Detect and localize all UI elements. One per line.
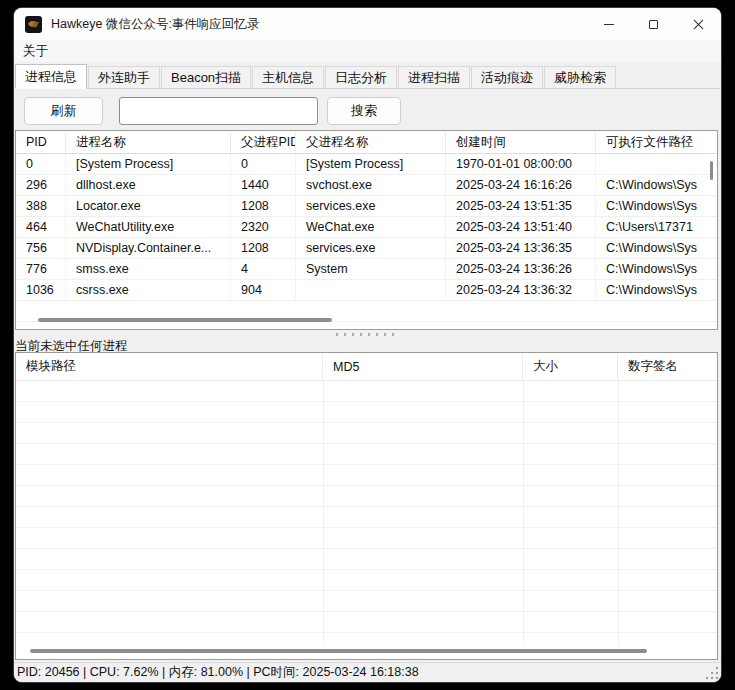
process-cell: 388 — [16, 196, 66, 216]
process-row[interactable]: 0[System Process]0[System Process]1970-0… — [16, 154, 717, 175]
search-input[interactable] — [119, 97, 318, 125]
tab-1[interactable]: 进程信息 — [15, 64, 87, 89]
process-cell: 1208 — [231, 238, 296, 258]
minimize-icon — [604, 24, 614, 25]
process-row[interactable]: 296dllhost.exe1440svchost.exe2025-03-24 … — [16, 175, 717, 196]
tab-5[interactable]: 日志分析 — [325, 66, 397, 88]
process-table-header: PID 进程名称 父进程PID 父进程名称 创建时间 可执行文件路径 — [16, 131, 717, 154]
minimize-button[interactable] — [586, 8, 631, 40]
title-bar[interactable]: Hawkeye 微信公众号:事件响应回忆录 — [14, 8, 721, 40]
process-cell: 4 — [231, 259, 296, 279]
process-cell: System — [296, 259, 446, 279]
process-cell: services.exe — [296, 196, 446, 216]
process-row[interactable]: 464WeChatUtility.exe2320WeChat.exe2025-0… — [16, 217, 717, 238]
process-cell — [596, 154, 717, 174]
process-cell: C:\Windows\Sys — [596, 259, 717, 279]
column-header-pid[interactable]: PID — [16, 131, 66, 153]
column-header-size[interactable]: 大小 — [523, 353, 618, 380]
process-cell: 2025-03-24 16:16:26 — [446, 175, 596, 195]
module-table: 模块路径 MD5 大小 数字签名 — [15, 352, 718, 660]
process-table: PID 进程名称 父进程PID 父进程名称 创建时间 可执行文件路径 0[Sys… — [15, 130, 718, 330]
maximize-button[interactable] — [631, 8, 676, 40]
process-cell: C:\Windows\Sys — [596, 280, 717, 300]
process-cell: 0 — [231, 154, 296, 174]
tab-7[interactable]: 活动痕迹 — [471, 66, 543, 88]
status-text: PID: 20456 | CPU: 7.62% | 内存: 81.00% | P… — [17, 664, 419, 681]
process-cell: 2025-03-24 13:51:40 — [446, 217, 596, 237]
tab-2[interactable]: 外连助手 — [88, 66, 160, 88]
status-bar: PID: 20456 | CPU: 7.62% | 内存: 81.00% | P… — [14, 662, 721, 682]
process-row[interactable]: 388Locator.exe1208services.exe2025-03-24… — [16, 196, 717, 217]
process-cell: NVDisplay.Container.e... — [66, 238, 231, 258]
process-cell: C:\Users\17371 — [596, 217, 717, 237]
window-title: Hawkeye 微信公众号:事件响应回忆录 — [51, 16, 259, 33]
column-header-create-time[interactable]: 创建时间 — [446, 131, 596, 153]
column-header-process-name[interactable]: 进程名称 — [66, 131, 231, 153]
module-table-body — [16, 381, 717, 645]
process-cell: 296 — [16, 175, 66, 195]
process-row[interactable]: 776smss.exe4System2025-03-24 13:36:26C:\… — [16, 259, 717, 280]
column-header-md5[interactable]: MD5 — [323, 353, 523, 380]
app-window: Hawkeye 微信公众号:事件响应回忆录 关于 进程信息外连助手Beacon扫… — [14, 8, 721, 682]
process-cell: 1440 — [231, 175, 296, 195]
process-cell: Locator.exe — [66, 196, 231, 216]
maximize-icon — [649, 20, 658, 29]
process-cell: csrss.exe — [66, 280, 231, 300]
process-cell: 2025-03-24 13:36:35 — [446, 238, 596, 258]
process-cell: C:\Windows\Sys — [596, 196, 717, 216]
process-cell: 1036 — [16, 280, 66, 300]
process-table-body: 0[System Process]0[System Process]1970-0… — [16, 154, 717, 301]
horizontal-scrollbar-thumb[interactable] — [30, 649, 647, 653]
column-header-parent-pid[interactable]: 父进程PID — [231, 131, 296, 153]
module-table-header: 模块路径 MD5 大小 数字签名 — [16, 353, 717, 381]
process-cell: 0 — [16, 154, 66, 174]
process-cell: WeChat.exe — [296, 217, 446, 237]
process-cell: 904 — [231, 280, 296, 300]
process-cell: 464 — [16, 217, 66, 237]
process-cell: services.exe — [296, 238, 446, 258]
hawk-logo-icon — [25, 16, 42, 33]
column-header-exe-path[interactable]: 可执行文件路径 — [596, 131, 717, 153]
process-cell: C:\Windows\Sys — [596, 175, 717, 195]
resize-grip[interactable] — [706, 667, 719, 680]
process-cell: C:\Windows\Sys — [596, 238, 717, 258]
vertical-scrollbar-thumb[interactable] — [710, 161, 713, 180]
process-cell: svchost.exe — [296, 175, 446, 195]
column-header-signature[interactable]: 数字签名 — [618, 353, 717, 380]
search-button[interactable]: 搜索 — [327, 97, 401, 125]
tab-6[interactable]: 进程扫描 — [398, 66, 470, 88]
column-divider — [323, 381, 324, 645]
process-cell: dllhost.exe — [66, 175, 231, 195]
tab-3[interactable]: Beacon扫描 — [161, 66, 251, 88]
caption-buttons — [586, 8, 721, 40]
column-divider — [618, 381, 619, 645]
process-cell: WeChatUtility.exe — [66, 217, 231, 237]
process-cell: 756 — [16, 238, 66, 258]
process-cell: 1970-01-01 08:00:00 — [446, 154, 596, 174]
process-row[interactable]: 756NVDisplay.Container.e...1208services.… — [16, 238, 717, 259]
tab-strip: 进程信息外连助手Beacon扫描主机信息日志分析进程扫描活动痕迹威胁检索 — [15, 64, 720, 89]
process-cell: 1208 — [231, 196, 296, 216]
column-header-parent-name[interactable]: 父进程名称 — [296, 131, 446, 153]
process-cell: [System Process] — [296, 154, 446, 174]
process-cell: 2025-03-24 13:51:35 — [446, 196, 596, 216]
column-header-module-path[interactable]: 模块路径 — [16, 353, 323, 380]
toolbar: 刷新 搜索 — [14, 90, 721, 128]
tab-8[interactable]: 威胁检索 — [544, 66, 616, 88]
process-row[interactable]: 1036csrss.exe9042025-03-24 13:36:32C:\Wi… — [16, 280, 717, 301]
process-cell: 2025-03-24 13:36:26 — [446, 259, 596, 279]
process-cell: 2025-03-24 13:36:32 — [446, 280, 596, 300]
process-cell: 776 — [16, 259, 66, 279]
close-button[interactable] — [676, 8, 721, 40]
close-icon — [693, 19, 704, 30]
process-cell: 2320 — [231, 217, 296, 237]
process-cell — [296, 280, 446, 300]
process-cell: smss.exe — [66, 259, 231, 279]
tab-4[interactable]: 主机信息 — [252, 66, 324, 88]
horizontal-scrollbar-thumb[interactable] — [38, 318, 332, 322]
refresh-button[interactable]: 刷新 — [24, 97, 103, 125]
process-cell: [System Process] — [66, 154, 231, 174]
menu-item-about[interactable]: 关于 — [16, 43, 55, 60]
column-divider — [523, 381, 524, 645]
splitter-grip-icon — [336, 333, 400, 336]
